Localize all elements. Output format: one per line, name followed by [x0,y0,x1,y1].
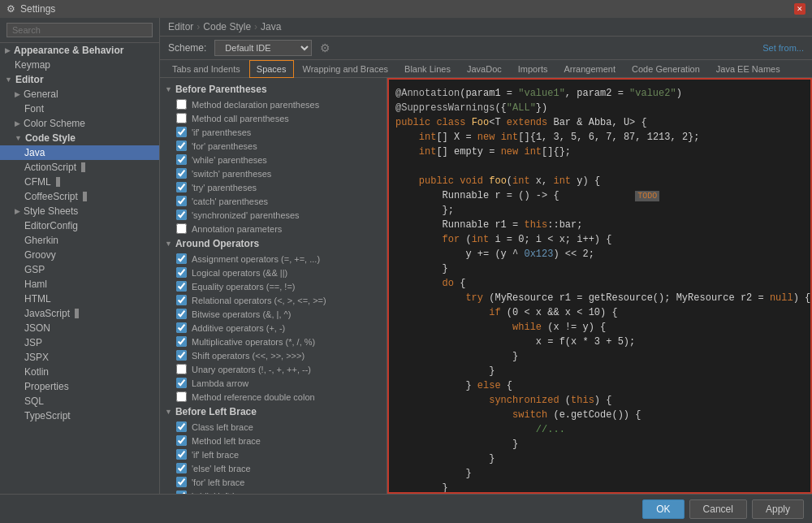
sidebar-item-jsp[interactable]: JSP [0,335,159,350]
sidebar-item-properties[interactable]: Properties [0,379,159,394]
content-area: Editor › Code Style › Java Scheme: Defau… [160,18,812,494]
option-catch-parens: 'catch' parentheses [160,194,387,208]
option-shift-ops: Shift operators (<<, >>, >>>) [160,348,387,362]
option-checkbox[interactable] [176,182,187,192]
scheme-bar: Scheme: Default IDE ⚙ Set from... [160,37,812,60]
option-additive-ops: Additive operators (+, -) [160,321,387,335]
section-before-brace[interactable]: ▼ Before Left Brace [160,404,387,420]
tab-wrapping[interactable]: Wrapping and Braces [296,60,396,78]
sidebar-item-java[interactable]: Java [0,145,159,160]
sidebar-item-groovy[interactable]: Groovy [0,248,159,262]
close-button[interactable]: ✕ [794,3,806,15]
sidebar-item-label: JSPX [24,352,49,363]
option-checkbox[interactable] [176,477,187,487]
option-equality-ops: Equality operators (==, !=) [160,279,387,293]
sidebar-item-jspx[interactable]: JSPX [0,350,159,365]
sidebar-item-appearance[interactable]: ▶ Appearance & Behavior [0,43,159,58]
set-from-link[interactable]: Set from... [762,43,804,53]
option-checkbox[interactable] [176,113,187,123]
sidebar-item-actionscript[interactable]: ActionScript [0,160,159,175]
sidebar-item-label: Gherkin [24,235,58,246]
option-checkbox[interactable] [176,322,187,333]
sidebar-item-code-style[interactable]: ▼ Code Style [0,131,159,145]
option-checkbox[interactable] [176,435,187,446]
sidebar-item-html[interactable]: HTML [0,292,159,306]
sidebar-item-style-sheets[interactable]: ▶ Style Sheets [0,204,159,218]
option-checkbox[interactable] [176,295,187,305]
sidebar-item-label: JSP [24,337,42,348]
sidebar-item-editorconfig[interactable]: EditorConfig [0,218,159,233]
tab-spaces[interactable]: Spaces [249,60,294,78]
sidebar-item-editor[interactable]: ▼ Editor [0,72,159,87]
option-checkbox[interactable] [176,196,187,206]
sidebar-item-json[interactable]: JSON [0,321,159,335]
sidebar-item-font[interactable]: Font [0,102,159,116]
stripe-icon [75,309,79,318]
sidebar-item-label: JSON [24,322,50,334]
option-checkbox[interactable] [176,421,187,432]
sidebar-item-haml[interactable]: Haml [0,277,159,292]
scheme-select[interactable]: Default IDE [214,40,312,56]
sidebar-item-label: Haml [24,279,47,290]
option-sync-parens: 'synchronized' parentheses [160,208,387,222]
section-before-parens[interactable]: ▼ Before Parentheses [160,81,387,97]
sidebar-item-color-scheme[interactable]: ▶ Color Scheme [0,116,159,131]
option-else-brace: 'else' left brace [160,461,387,475]
sidebar-item-label: Color Scheme [24,118,85,129]
section-title: Before Parentheses [175,84,267,95]
tab-imports[interactable]: Imports [511,60,555,78]
ok-button[interactable]: OK [642,499,684,519]
option-checkbox[interactable] [176,168,187,179]
options-panel: ▼ Before Parentheses Method declaration … [160,78,387,494]
option-checkbox[interactable] [176,127,187,137]
option-checkbox[interactable] [176,210,187,220]
option-checkbox[interactable] [176,336,187,347]
sidebar-item-general[interactable]: ▶ General [0,87,159,102]
option-checkbox[interactable] [176,391,187,402]
sidebar-item-gsp[interactable]: GSP [0,262,159,277]
option-switch-parens: 'switch' parentheses [160,166,387,180]
split-panel: ▼ Before Parentheses Method declaration … [160,78,812,494]
tab-arrangement[interactable]: Arrangement [556,60,623,78]
gear-icon[interactable]: ⚙ [320,41,330,54]
sidebar-item-label: CFML [24,176,51,188]
option-checkbox[interactable] [176,140,187,151]
option-checkbox[interactable] [176,449,187,460]
option-checkbox[interactable] [176,253,187,264]
option-checkbox[interactable] [176,463,187,473]
sidebar-item-cfml[interactable]: CFML [0,175,159,189]
tab-tabs-indents[interactable]: Tabs and Indents [165,60,248,78]
sidebar-item-kotlin[interactable]: Kotlin [0,365,159,379]
sidebar-item-label: EditorConfig [24,220,78,231]
sidebar-item-javascript[interactable]: JavaScript [0,306,159,321]
option-method-call: Method call parentheses [160,111,387,125]
option-checkbox[interactable] [176,364,187,374]
option-bitwise-ops: Bitwise operators (&, |, ^) [160,307,387,321]
option-checkbox[interactable] [176,309,187,319]
option-checkbox[interactable] [176,491,187,494]
option-checkbox[interactable] [176,350,187,361]
sidebar-item-typescript[interactable]: TypeScript [0,408,159,423]
cancel-button[interactable]: Cancel [689,499,747,519]
tab-java-ee[interactable]: Java EE Names [709,60,788,78]
option-method-brace: Method left brace [160,434,387,447]
section-around-ops[interactable]: ▼ Around Operators [160,236,387,252]
option-checkbox[interactable] [176,281,187,292]
search-input[interactable] [6,23,153,37]
option-checkbox[interactable] [176,154,187,165]
option-checkbox[interactable] [176,223,187,234]
sidebar-item-label: Kotlin [24,366,49,378]
tab-code-generation[interactable]: Code Generation [624,60,707,78]
sidebar-item-gherkin[interactable]: Gherkin [0,233,159,248]
sidebar-item-keymap[interactable]: Keymap [0,58,159,72]
sidebar-item-sql[interactable]: SQL [0,394,159,408]
tab-javadoc[interactable]: JavaDoc [460,60,509,78]
apply-button[interactable]: Apply [752,499,804,519]
option-checkbox[interactable] [176,267,187,278]
option-if-brace: 'if' left brace [160,447,387,461]
sidebar-item-coffeescript[interactable]: CoffeeScript [0,189,159,204]
sidebar-item-label: General [24,89,58,100]
tab-blank-lines[interactable]: Blank Lines [397,60,458,78]
option-checkbox[interactable] [176,378,187,388]
option-checkbox[interactable] [176,99,187,110]
